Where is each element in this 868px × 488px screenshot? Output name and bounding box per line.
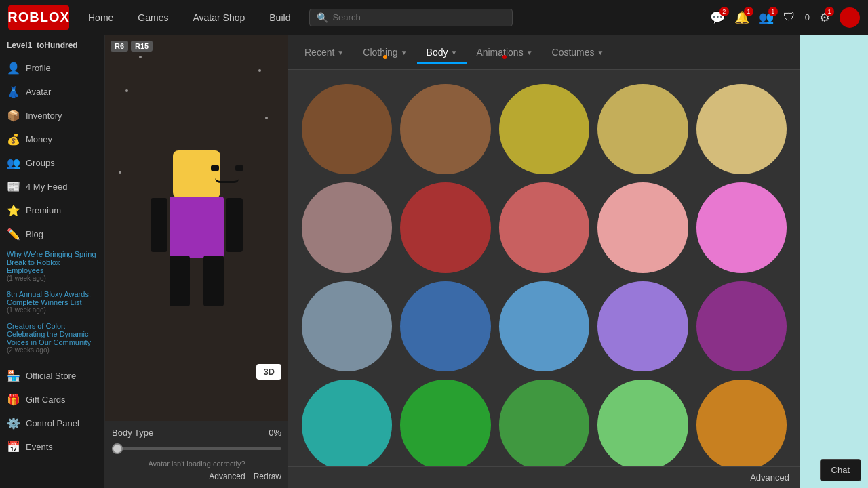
robux-count: 0	[805, 12, 810, 22]
sidebar-item-inventory[interactable]: 📦 Inventory	[0, 104, 104, 127]
premium-icon: ⭐	[7, 204, 20, 217]
3d-view-button[interactable]: 3D	[256, 364, 281, 380]
search-bar[interactable]: 🔍	[309, 9, 513, 26]
sidebar-item-blog[interactable]: ✏️ Blog	[0, 222, 104, 246]
avatar-smile	[215, 176, 239, 183]
chat-badge: 2	[719, 7, 729, 16]
color-swatch-3[interactable]	[597, 84, 688, 174]
body-type-row: Body Type 0%	[112, 428, 281, 438]
controlpanel-icon: ⚙️	[7, 417, 20, 430]
color-swatch-8[interactable]	[597, 182, 688, 272]
color-swatch-16[interactable]	[400, 380, 490, 466]
avatar-preview	[105, 35, 288, 421]
sidebar-item-money[interactable]: 💰 Money	[0, 127, 104, 151]
sidebar-label-groups: Groups	[26, 158, 55, 168]
sidebar: Level1_toHundred 👤 Profile 👗 Avatar 📦 In…	[0, 35, 105, 488]
avatar-leg-right	[203, 256, 224, 306]
blog-title-1[interactable]: Why We're Bringing Spring Break to Roblo…	[7, 250, 98, 274]
color-swatch-5[interactable]	[302, 182, 392, 272]
slider-thumb[interactable]	[112, 443, 123, 454]
nav-build[interactable]: Build	[264, 9, 296, 26]
avatar-arm-right	[226, 198, 243, 252]
settings-badge: 1	[825, 7, 834, 16]
color-swatch-14[interactable]	[696, 281, 787, 371]
color-swatch-15[interactable]	[302, 380, 392, 466]
blog-meta-1: (1 week ago)	[7, 274, 98, 282]
panel-footer: Advanced	[288, 466, 800, 488]
tab-costumes[interactable]: Costumes ▼	[542, 41, 614, 63]
sidebar-label-controlpanel: Control Panel	[26, 418, 79, 428]
top-navigation: ROBLOX Home Games Avatar Shop Build 🔍 💬2…	[0, 0, 868, 35]
blog-post-3: Creators of Color: Celebrating the Dynam…	[0, 318, 104, 358]
sidebar-item-controlpanel[interactable]: ⚙️ Control Panel	[0, 411, 104, 435]
badge-r6[interactable]: R6	[111, 41, 128, 52]
color-swatch-2[interactable]	[499, 84, 589, 174]
body-type-label: Body Type	[112, 428, 153, 438]
color-swatch-9[interactable]	[696, 182, 787, 272]
color-swatch-19[interactable]	[696, 380, 787, 466]
settings-icon[interactable]: ⚙1	[819, 10, 830, 25]
sidebar-item-store[interactable]: 🏪 Official Store	[0, 364, 104, 388]
user-avatar[interactable]	[840, 7, 860, 28]
avatar-face	[208, 164, 246, 184]
friends-icon-button[interactable]: 👥1	[759, 10, 774, 25]
groups-icon: 👥	[7, 157, 20, 169]
sidebar-item-giftcards[interactable]: 🎁 Gift Cards	[0, 388, 104, 411]
sidebar-item-profile[interactable]: 👤 Profile	[0, 56, 104, 80]
sidebar-item-events[interactable]: 📅 Events	[0, 435, 104, 459]
blog-title-2[interactable]: 8th Annual Bloxy Awards: Complete Winner…	[7, 290, 98, 306]
color-swatch-7[interactable]	[499, 182, 589, 272]
sidebar-item-avatar[interactable]: 👗 Avatar	[0, 80, 104, 104]
inventory-icon: 📦	[7, 109, 20, 122]
body-type-slider[interactable]	[112, 443, 281, 454]
color-swatch-10[interactable]	[302, 281, 392, 371]
color-swatch-4[interactable]	[696, 84, 787, 174]
nav-home[interactable]: Home	[83, 9, 119, 26]
tab-body-arrow: ▼	[450, 49, 457, 56]
color-swatch-13[interactable]	[597, 281, 688, 371]
tab-clothing[interactable]: Clothing ▼	[353, 41, 416, 63]
tabs-row: Recent ▼ Clothing ▼ Body ▼ Animations ▼ …	[288, 35, 800, 70]
sidebar-label-profile: Profile	[26, 63, 51, 73]
color-swatch-11[interactable]	[400, 281, 490, 371]
notifications-icon-button[interactable]: 🔔1	[734, 10, 749, 25]
avatar-panel: R6 R15	[105, 35, 288, 488]
color-swatch-12[interactable]	[499, 281, 589, 371]
sidebar-item-premium[interactable]: ⭐ Premium	[0, 199, 104, 222]
tab-animations[interactable]: Animations ▼	[467, 41, 542, 63]
sidebar-item-myfeed[interactable]: 📰 4 My Feed	[0, 175, 104, 199]
tab-recent-arrow: ▼	[337, 49, 344, 56]
color-swatch-0[interactable]	[302, 84, 392, 174]
chat-icon-button[interactable]: 💬2	[710, 10, 725, 25]
sidebar-label-giftcards: Gift Cards	[26, 394, 66, 405]
color-swatch-1[interactable]	[400, 84, 490, 174]
tab-costumes-arrow: ▼	[597, 49, 604, 56]
nav-avatar-shop[interactable]: Avatar Shop	[187, 9, 250, 26]
tab-clothing-dot	[383, 55, 387, 59]
color-swatch-17[interactable]	[499, 380, 589, 466]
tab-recent[interactable]: Recent ▼	[295, 41, 353, 63]
search-input[interactable]	[332, 12, 505, 22]
sidebar-item-groups[interactable]: 👥 Groups	[0, 151, 104, 175]
color-panel: Recent ▼ Clothing ▼ Body ▼ Animations ▼ …	[288, 35, 800, 488]
chat-button[interactable]: Chat	[820, 459, 861, 481]
advanced-action[interactable]: Advanced	[209, 472, 245, 481]
nav-right: 💬2 🔔1 👥1 🛡 0 ⚙1	[710, 7, 860, 28]
notifications-badge: 1	[744, 7, 753, 16]
avatar-torso	[170, 197, 224, 258]
sidebar-label-premium: Premium	[26, 205, 61, 216]
main-layout: Level1_toHundred 👤 Profile 👗 Avatar 📦 In…	[0, 35, 868, 488]
color-swatch-18[interactable]	[597, 380, 688, 466]
blog-title-3[interactable]: Creators of Color: Celebrating the Dynam…	[7, 322, 98, 346]
badge-r15[interactable]: R15	[131, 41, 153, 52]
advanced-button[interactable]: Advanced	[750, 472, 789, 483]
money-icon: 💰	[7, 133, 20, 146]
tab-recent-label: Recent	[304, 47, 334, 58]
shield-icon[interactable]: 🛡	[783, 10, 795, 24]
redraw-action[interactable]: Redraw	[254, 472, 281, 481]
body-type-value: 0%	[269, 428, 281, 438]
nav-games[interactable]: Games	[132, 9, 174, 26]
blog-post-2: 8th Annual Bloxy Awards: Complete Winner…	[0, 286, 104, 318]
tab-body[interactable]: Body ▼	[417, 41, 467, 63]
color-swatch-6[interactable]	[400, 182, 490, 272]
